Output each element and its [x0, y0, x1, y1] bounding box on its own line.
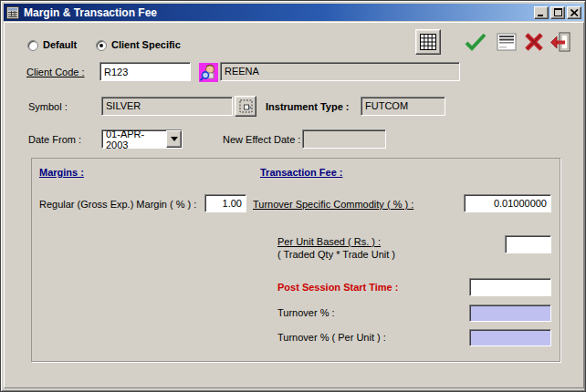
red-x-icon — [524, 32, 544, 52]
turnover-pct-label: Turnover % : — [277, 307, 335, 319]
radio-client-specific-label: Client Specific — [111, 39, 181, 51]
new-effect-date-field — [302, 129, 386, 149]
regular-margin-label: Regular (Gross Exp.) Margin ( % ) : — [39, 199, 196, 211]
chevron-down-icon — [171, 137, 178, 141]
data-grid-icon — [420, 34, 436, 50]
date-from-dropdown[interactable]: 01-APR-2003 — [101, 129, 183, 149]
close-icon — [570, 9, 579, 16]
turnover-specific-input[interactable] — [464, 194, 551, 212]
regular-margin-input[interactable] — [204, 194, 246, 212]
symbol-label: Symbol : — [28, 101, 68, 113]
client-code-label: Client Code : — [26, 67, 85, 78]
symbol-lookup-button[interactable] — [235, 96, 256, 117]
instrument-type-label: Instrument Type : — [266, 101, 349, 113]
margin-transaction-fee-window: Margin & Transaction Fee Default Client … — [0, 0, 586, 392]
radio-client-specific[interactable] — [96, 40, 107, 51]
per-unit-input[interactable] — [505, 235, 551, 253]
maximize-button[interactable] — [550, 6, 565, 19]
post-session-input[interactable] — [469, 278, 551, 296]
client-name-field: REENA — [220, 62, 460, 81]
minimize-button[interactable] — [534, 6, 549, 19]
instrument-type-field: FUTCOM — [361, 97, 445, 116]
margins-header: Margins : — [39, 167, 84, 179]
turnover-pct-field — [469, 304, 551, 322]
radio-default[interactable] — [27, 40, 38, 51]
date-from-value: 01-APR-2003 — [102, 129, 166, 150]
titlebar[interactable]: Margin & Transaction Fee — [4, 4, 584, 21]
minimize-icon — [538, 9, 545, 16]
turnover-pct-per-unit-field — [469, 329, 551, 346]
client-code-input[interactable] — [99, 62, 191, 81]
per-unit-sublabel: ( Traded Qty * Trade Unit ) — [277, 249, 395, 261]
dashed-lookup-box-icon — [239, 99, 253, 113]
window-icon — [6, 6, 19, 19]
window-title: Margin & Transaction Fee — [24, 6, 157, 19]
exit-button[interactable] — [549, 31, 571, 53]
confirm-button[interactable] — [465, 32, 487, 52]
new-effect-date-label: New Effect Date : — [223, 134, 300, 146]
transaction-fee-header: Transaction Fee : — [260, 167, 342, 179]
maximize-icon — [554, 8, 562, 16]
client-search-icon[interactable] — [198, 62, 218, 82]
date-from-dropdown-button[interactable] — [166, 130, 182, 148]
turnover-specific-label: Turnover Specific Commodity ( % ) : — [253, 199, 413, 211]
document-lines-icon — [497, 33, 517, 51]
exit-door-icon — [550, 32, 571, 52]
symbol-field: SILVER — [101, 97, 233, 116]
delete-button[interactable] — [523, 31, 545, 53]
radio-default-label: Default — [43, 39, 77, 51]
date-from-label: Date From : — [28, 134, 81, 146]
report-button[interactable] — [496, 32, 518, 52]
data-grid-button[interactable] — [415, 29, 441, 55]
per-unit-label: Per Unit Based ( Rs. ) : — [277, 236, 381, 248]
turnover-pct-per-unit-label: Turnover % ( Per Unit ) : — [277, 332, 386, 344]
green-check-icon — [465, 33, 487, 51]
close-button[interactable] — [567, 6, 581, 19]
post-session-label: Post Session Start Time : — [277, 282, 398, 294]
